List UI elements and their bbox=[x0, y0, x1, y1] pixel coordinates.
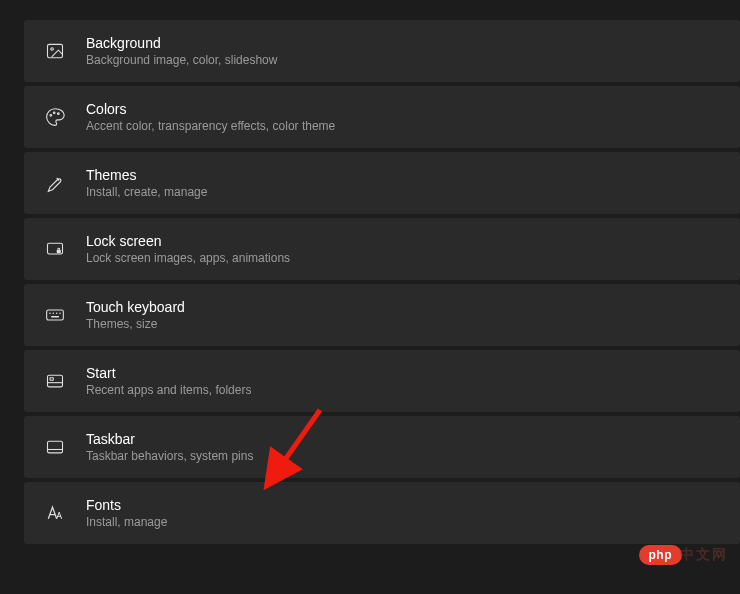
svg-rect-7 bbox=[47, 310, 64, 320]
svg-point-1 bbox=[51, 48, 54, 51]
setting-title: Themes bbox=[86, 167, 207, 183]
setting-item-themes[interactable]: Themes Install, create, manage bbox=[24, 152, 740, 214]
setting-desc: Recent apps and items, folders bbox=[86, 383, 251, 397]
setting-text: Themes Install, create, manage bbox=[86, 167, 207, 199]
setting-title: Touch keyboard bbox=[86, 299, 185, 315]
svg-rect-9 bbox=[50, 378, 53, 381]
setting-desc: Taskbar behaviors, system pins bbox=[86, 449, 253, 463]
picture-icon bbox=[44, 40, 66, 62]
watermark-brand: php bbox=[639, 545, 683, 565]
fonts-icon bbox=[44, 502, 66, 524]
setting-text: Fonts Install, manage bbox=[86, 497, 167, 529]
paintbrush-icon bbox=[44, 172, 66, 194]
svg-point-4 bbox=[58, 113, 60, 115]
setting-text: Background Background image, color, slid… bbox=[86, 35, 277, 67]
setting-item-fonts[interactable]: Fonts Install, manage bbox=[24, 482, 740, 544]
setting-title: Lock screen bbox=[86, 233, 290, 249]
setting-item-background[interactable]: Background Background image, color, slid… bbox=[24, 20, 740, 82]
keyboard-icon bbox=[44, 304, 66, 326]
palette-icon bbox=[44, 106, 66, 128]
watermark: php中文网 bbox=[639, 545, 729, 564]
svg-point-2 bbox=[50, 115, 52, 117]
svg-rect-8 bbox=[48, 375, 63, 387]
setting-text: Lock screen Lock screen images, apps, an… bbox=[86, 233, 290, 265]
setting-item-taskbar[interactable]: Taskbar Taskbar behaviors, system pins bbox=[24, 416, 740, 478]
setting-item-start[interactable]: Start Recent apps and items, folders bbox=[24, 350, 740, 412]
setting-item-colors[interactable]: Colors Accent color, transparency effect… bbox=[24, 86, 740, 148]
setting-desc: Accent color, transparency effects, colo… bbox=[86, 119, 335, 133]
setting-title: Background bbox=[86, 35, 277, 51]
watermark-suffix: 中文网 bbox=[680, 546, 728, 562]
setting-text: Start Recent apps and items, folders bbox=[86, 365, 251, 397]
setting-desc: Themes, size bbox=[86, 317, 185, 331]
svg-rect-10 bbox=[48, 441, 63, 453]
svg-rect-0 bbox=[48, 44, 63, 57]
settings-list: Background Background image, color, slid… bbox=[0, 20, 740, 544]
setting-text: Touch keyboard Themes, size bbox=[86, 299, 185, 331]
setting-title: Taskbar bbox=[86, 431, 253, 447]
setting-title: Fonts bbox=[86, 497, 167, 513]
setting-title: Colors bbox=[86, 101, 335, 117]
lock-screen-icon bbox=[44, 238, 66, 260]
svg-rect-6 bbox=[57, 250, 61, 253]
svg-point-3 bbox=[53, 112, 55, 114]
setting-desc: Background image, color, slideshow bbox=[86, 53, 277, 67]
setting-item-touch-keyboard[interactable]: Touch keyboard Themes, size bbox=[24, 284, 740, 346]
setting-title: Start bbox=[86, 365, 251, 381]
setting-text: Taskbar Taskbar behaviors, system pins bbox=[86, 431, 253, 463]
taskbar-icon bbox=[44, 436, 66, 458]
setting-desc: Lock screen images, apps, animations bbox=[86, 251, 290, 265]
setting-desc: Install, create, manage bbox=[86, 185, 207, 199]
setting-desc: Install, manage bbox=[86, 515, 167, 529]
setting-item-lock-screen[interactable]: Lock screen Lock screen images, apps, an… bbox=[24, 218, 740, 280]
start-icon bbox=[44, 370, 66, 392]
setting-text: Colors Accent color, transparency effect… bbox=[86, 101, 335, 133]
